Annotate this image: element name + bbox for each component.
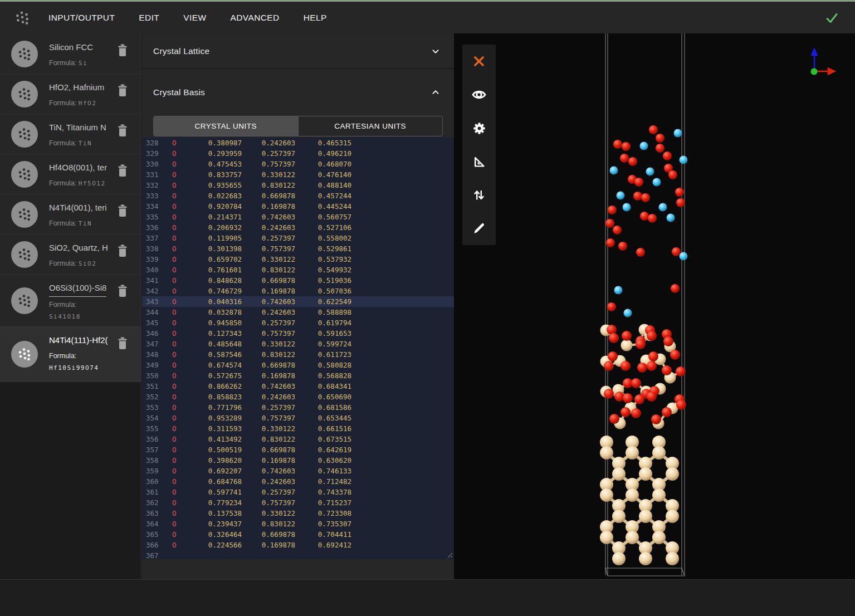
edit-structure-button[interactable]: [471, 220, 487, 237]
pencil-icon: [472, 221, 486, 236]
basis-coordinates-editor[interactable]: 328O0.3809870.2426030.465315329O0.293959…: [142, 138, 454, 559]
delete-material-button[interactable]: [116, 163, 129, 178]
basis-row: 328O0.3809870.2426030.465315: [142, 138, 454, 148]
measure-button[interactable]: [471, 153, 487, 170]
close-icon: [472, 54, 486, 69]
basis-row: 351O0.8662620.7426030.684341: [142, 381, 454, 392]
delete-material-button[interactable]: [116, 203, 129, 218]
menu-item-input-output[interactable]: INPUT/OUTPUT: [48, 13, 115, 23]
axis-x-arrow: [828, 67, 836, 75]
dots-icon: [17, 127, 32, 141]
formula-label: Formula:: [49, 352, 76, 360]
formula-value: Hf5O12: [79, 180, 106, 187]
basis-row: 347O0.4856480.3301220.599724: [142, 339, 454, 349]
material-title: N4Ti4(111)-Hf2(: [49, 335, 108, 346]
structure-viewer[interactable]: [454, 33, 855, 579]
basis-row: 337O0.1199050.2573970.558002: [142, 233, 454, 243]
basis-row: 330O0.4754530.7573970.468070: [142, 159, 454, 169]
material-item[interactable]: Silicon FCC Formula: Si: [0, 34, 141, 74]
toggle-visibility-button[interactable]: [471, 86, 487, 103]
app-logo-dots-icon: [14, 10, 30, 26]
dots-icon: [17, 207, 32, 222]
material-avatar: [11, 287, 38, 314]
delete-material-button[interactable]: [116, 283, 129, 298]
basis-row: 346O0.1273430.7573970.591653: [142, 328, 454, 339]
basis-row: 365O0.3264640.6698780.704411: [142, 529, 454, 540]
basis-row: 349O0.6745740.6698780.580828: [142, 360, 454, 370]
structure-canvas[interactable]: [454, 33, 855, 579]
section-title: Crystal Basis: [153, 87, 205, 97]
swap-axes-button[interactable]: [471, 187, 487, 203]
formula-value: Si41O18: [49, 313, 115, 320]
tab-cartesian-units[interactable]: CARTESIAN UNITS: [298, 116, 443, 136]
tab-crystal-units[interactable]: CRYSTAL UNITS: [154, 116, 298, 136]
menu-item-help[interactable]: HELP: [304, 13, 327, 23]
menu-item-view[interactable]: VIEW: [183, 13, 206, 23]
crystal-basis-section-header[interactable]: Crystal Basis: [142, 69, 454, 116]
materials-sidebar: Silicon FCC Formula: Si: [0, 34, 141, 579]
delete-material-button[interactable]: [116, 43, 129, 57]
material-avatar: [11, 201, 38, 228]
material-avatar: [11, 341, 38, 368]
material-item[interactable]: O6Si3(100)-Si8 Formula: Si41O18: [0, 275, 141, 327]
material-avatar: [11, 81, 38, 107]
unit-cell-wireframe: [605, 33, 685, 576]
formula-label: Formula:: [49, 139, 76, 147]
material-item[interactable]: SiO2, Quartz, H Formula: SiO2: [0, 234, 141, 275]
basis-row: 329O0.2939590.2573970.496210: [142, 148, 454, 159]
formula-value: TiN: [79, 220, 92, 227]
formula-value: Hf10Si99O74: [49, 364, 115, 371]
chevron-down-icon: [429, 45, 442, 57]
basis-row: 350O0.5726750.1698780.568828: [142, 370, 454, 381]
delete-material-button[interactable]: [116, 123, 129, 138]
basis-row: 353O0.7717960.2573970.681586: [142, 402, 454, 413]
formula-value: Si: [79, 60, 87, 67]
delete-material-button[interactable]: [116, 336, 129, 350]
basis-row: 343O0.0403160.7426030.622549: [142, 296, 454, 307]
basis-row: 361O0.5977410.2573970.743378: [142, 487, 454, 497]
crystal-lattice-section-header[interactable]: Crystal Lattice: [142, 34, 454, 69]
basis-row: 357O0.5005190.6698780.642619: [142, 444, 454, 455]
trash-icon: [119, 338, 127, 350]
basis-row: 354O0.9532890.7573970.653445: [142, 413, 454, 423]
main-menu: INPUT/OUTPUT EDIT VIEW ADVANCED HELP: [48, 13, 351, 23]
dots-icon: [17, 294, 32, 308]
basis-row: 359O0.6922070.7426030.746133: [142, 466, 454, 476]
status-bar: [0, 579, 855, 616]
formula-label: Formula:: [49, 99, 76, 107]
basis-row: 358O0.3986200.1698780.630620: [142, 455, 454, 466]
material-item[interactable]: TiN, Titanium N Formula: TiN: [0, 114, 141, 154]
axes-gizmo: [811, 47, 837, 75]
material-item[interactable]: N4Ti4(111)-Hf2( Formula: Hf10Si99O74: [0, 327, 141, 382]
formula-label: Formula:: [49, 301, 76, 309]
formula-value: HfO2: [79, 100, 97, 107]
trash-icon: [119, 45, 127, 57]
basis-row: 332O0.9356550.8301220.488140: [142, 180, 454, 190]
material-item[interactable]: N4Ti4(001), teri Formula: TiN: [0, 194, 141, 234]
dots-icon: [17, 347, 32, 361]
close-viewer-button[interactable]: [471, 53, 487, 70]
material-title: SiO2, Quartz, H: [49, 242, 108, 253]
formula-value: TiN: [79, 140, 92, 147]
save-check-button[interactable]: [823, 9, 841, 27]
basis-row: 348O0.5875460.8301220.611723: [142, 349, 454, 360]
axis-z-arrow: [811, 47, 818, 56]
basis-row: 364O0.2394370.8301220.735307: [142, 519, 454, 529]
ruler-triangle-icon: [472, 154, 487, 169]
material-item[interactable]: Hf4O8(001), ter Formula: Hf5O12: [0, 154, 141, 194]
menu-item-edit[interactable]: EDIT: [139, 13, 159, 23]
chevron-up-icon: [429, 86, 442, 99]
delete-material-button[interactable]: [116, 83, 129, 97]
formula-label: Formula:: [49, 59, 76, 67]
menu-item-advanced[interactable]: ADVANCED: [230, 13, 279, 23]
basis-row: 341O0.8486280.6698780.519036: [142, 275, 454, 286]
material-item[interactable]: HfO2, Hafnium Formula: HfO2: [0, 74, 141, 114]
basis-row: 334O0.9207840.1698780.445244: [142, 201, 454, 212]
formula-label: Formula:: [49, 179, 76, 187]
basis-row: 335O0.2143710.7426030.560757: [142, 212, 454, 222]
basis-row: 339O0.6597020.3301220.537932: [142, 254, 454, 265]
delete-material-button[interactable]: [116, 243, 129, 258]
trash-icon: [119, 125, 127, 137]
viewer-settings-button[interactable]: [471, 120, 487, 136]
basis-row: 344O0.0328780.2426030.588898: [142, 307, 454, 317]
